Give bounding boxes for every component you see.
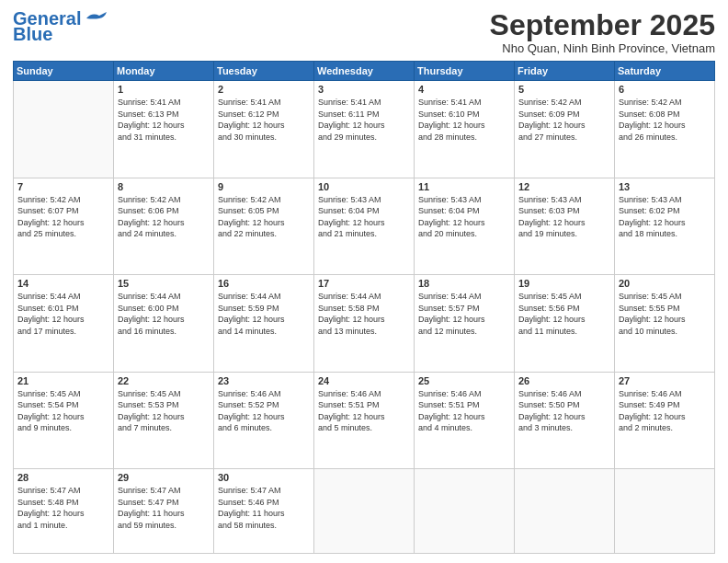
day-info: Sunrise: 5:43 AM Sunset: 6:03 PM Dayligh… (518, 194, 610, 240)
day-info: Sunrise: 5:42 AM Sunset: 6:09 PM Dayligh… (518, 97, 610, 143)
calendar-cell: 30Sunrise: 5:47 AM Sunset: 5:46 PM Dayli… (214, 469, 314, 554)
day-number: 3 (318, 84, 410, 95)
day-info: Sunrise: 5:45 AM Sunset: 5:55 PM Dayligh… (619, 291, 711, 337)
calendar-table: Sunday Monday Tuesday Wednesday Thursday… (13, 61, 715, 554)
calendar-cell (515, 469, 615, 554)
calendar-week-row: 28Sunrise: 5:47 AM Sunset: 5:48 PM Dayli… (14, 469, 715, 554)
calendar-cell: 10Sunrise: 5:43 AM Sunset: 6:04 PM Dayli… (314, 178, 415, 274)
day-info: Sunrise: 5:46 AM Sunset: 5:51 PM Dayligh… (318, 388, 410, 434)
calendar-week-row: 7Sunrise: 5:42 AM Sunset: 6:07 PM Daylig… (14, 178, 715, 274)
day-info: Sunrise: 5:44 AM Sunset: 5:58 PM Dayligh… (318, 291, 410, 337)
day-number: 11 (418, 181, 510, 192)
day-info: Sunrise: 5:46 AM Sunset: 5:50 PM Dayligh… (518, 388, 610, 434)
logo-bird-icon (83, 10, 108, 27)
day-number: 19 (518, 278, 610, 289)
col-friday: Friday (515, 62, 615, 81)
day-info: Sunrise: 5:42 AM Sunset: 6:06 PM Dayligh… (118, 194, 210, 240)
calendar-cell: 24Sunrise: 5:46 AM Sunset: 5:51 PM Dayli… (314, 372, 415, 468)
day-info: Sunrise: 5:47 AM Sunset: 5:48 PM Dayligh… (17, 485, 109, 531)
calendar-cell: 16Sunrise: 5:44 AM Sunset: 5:59 PM Dayli… (214, 275, 314, 372)
calendar-cell: 7Sunrise: 5:42 AM Sunset: 6:07 PM Daylig… (14, 178, 114, 274)
logo: General Blue (13, 9, 108, 45)
day-number: 21 (17, 375, 109, 386)
day-number: 7 (17, 181, 109, 192)
day-number: 25 (418, 375, 510, 386)
col-saturday: Saturday (615, 62, 715, 81)
calendar-cell: 2Sunrise: 5:41 AM Sunset: 6:12 PM Daylig… (214, 81, 314, 178)
calendar-cell: 20Sunrise: 5:45 AM Sunset: 5:55 PM Dayli… (615, 275, 715, 372)
day-number: 1 (118, 84, 210, 95)
col-thursday: Thursday (415, 62, 515, 81)
calendar-week-row: 21Sunrise: 5:45 AM Sunset: 5:54 PM Dayli… (14, 372, 715, 468)
day-info: Sunrise: 5:44 AM Sunset: 6:00 PM Dayligh… (118, 291, 210, 337)
day-info: Sunrise: 5:46 AM Sunset: 5:49 PM Dayligh… (619, 388, 711, 434)
day-info: Sunrise: 5:45 AM Sunset: 5:53 PM Dayligh… (118, 388, 210, 434)
day-number: 20 (619, 278, 711, 289)
day-number: 18 (418, 278, 510, 289)
col-wednesday: Wednesday (314, 62, 415, 81)
calendar-cell: 6Sunrise: 5:42 AM Sunset: 6:08 PM Daylig… (615, 81, 715, 178)
day-info: Sunrise: 5:44 AM Sunset: 5:59 PM Dayligh… (218, 291, 310, 337)
day-number: 5 (518, 84, 610, 95)
day-number: 23 (218, 375, 310, 386)
day-number: 15 (118, 278, 210, 289)
day-info: Sunrise: 5:44 AM Sunset: 6:01 PM Dayligh… (17, 291, 109, 337)
day-number: 28 (17, 472, 109, 483)
calendar-cell: 4Sunrise: 5:41 AM Sunset: 6:10 PM Daylig… (415, 81, 515, 178)
day-number: 8 (118, 181, 210, 192)
day-number: 14 (17, 278, 109, 289)
day-number: 13 (619, 181, 711, 192)
day-info: Sunrise: 5:46 AM Sunset: 5:52 PM Dayligh… (218, 388, 310, 434)
calendar-cell: 23Sunrise: 5:46 AM Sunset: 5:52 PM Dayli… (214, 372, 314, 468)
calendar-cell: 9Sunrise: 5:42 AM Sunset: 6:05 PM Daylig… (214, 178, 314, 274)
day-number: 6 (619, 84, 711, 95)
day-info: Sunrise: 5:41 AM Sunset: 6:10 PM Dayligh… (418, 97, 510, 143)
calendar-cell: 25Sunrise: 5:46 AM Sunset: 5:51 PM Dayli… (415, 372, 515, 468)
calendar-week-row: 14Sunrise: 5:44 AM Sunset: 6:01 PM Dayli… (14, 275, 715, 372)
day-number: 26 (518, 375, 610, 386)
calendar-cell: 19Sunrise: 5:45 AM Sunset: 5:56 PM Dayli… (515, 275, 615, 372)
day-info: Sunrise: 5:45 AM Sunset: 5:54 PM Dayligh… (17, 388, 109, 434)
logo-blue: Blue (13, 24, 52, 45)
calendar-cell: 3Sunrise: 5:41 AM Sunset: 6:11 PM Daylig… (314, 81, 415, 178)
calendar-cell: 26Sunrise: 5:46 AM Sunset: 5:50 PM Dayli… (515, 372, 615, 468)
day-info: Sunrise: 5:46 AM Sunset: 5:51 PM Dayligh… (418, 388, 510, 434)
day-info: Sunrise: 5:41 AM Sunset: 6:12 PM Dayligh… (218, 97, 310, 143)
day-number: 12 (518, 181, 610, 192)
day-info: Sunrise: 5:44 AM Sunset: 5:57 PM Dayligh… (418, 291, 510, 337)
calendar-week-row: 1Sunrise: 5:41 AM Sunset: 6:13 PM Daylig… (14, 81, 715, 178)
day-info: Sunrise: 5:43 AM Sunset: 6:04 PM Dayligh… (318, 194, 410, 240)
day-number: 22 (118, 375, 210, 386)
calendar-cell: 27Sunrise: 5:46 AM Sunset: 5:49 PM Dayli… (615, 372, 715, 468)
calendar-cell: 22Sunrise: 5:45 AM Sunset: 5:53 PM Dayli… (114, 372, 214, 468)
calendar-cell: 11Sunrise: 5:43 AM Sunset: 6:04 PM Dayli… (415, 178, 515, 274)
calendar-cell: 1Sunrise: 5:41 AM Sunset: 6:13 PM Daylig… (114, 81, 214, 178)
month-title: September 2025 (490, 9, 715, 41)
header: General Blue September 2025 Nho Quan, Ni… (13, 9, 715, 55)
day-number: 17 (318, 278, 410, 289)
col-monday: Monday (114, 62, 214, 81)
calendar-cell: 8Sunrise: 5:42 AM Sunset: 6:06 PM Daylig… (114, 178, 214, 274)
day-info: Sunrise: 5:42 AM Sunset: 6:08 PM Dayligh… (619, 97, 711, 143)
calendar-cell (415, 469, 515, 554)
day-info: Sunrise: 5:41 AM Sunset: 6:13 PM Dayligh… (118, 97, 210, 143)
day-number: 9 (218, 181, 310, 192)
day-number: 27 (619, 375, 711, 386)
calendar-cell: 15Sunrise: 5:44 AM Sunset: 6:00 PM Dayli… (114, 275, 214, 372)
calendar-cell: 29Sunrise: 5:47 AM Sunset: 5:47 PM Dayli… (114, 469, 214, 554)
calendar-cell (14, 81, 114, 178)
page: General Blue September 2025 Nho Quan, Ni… (0, 0, 728, 563)
location: Nho Quan, Ninh Binh Province, Vietnam (490, 41, 715, 55)
calendar-cell: 17Sunrise: 5:44 AM Sunset: 5:58 PM Dayli… (314, 275, 415, 372)
day-info: Sunrise: 5:45 AM Sunset: 5:56 PM Dayligh… (518, 291, 610, 337)
calendar-cell: 5Sunrise: 5:42 AM Sunset: 6:09 PM Daylig… (515, 81, 615, 178)
calendar-cell: 12Sunrise: 5:43 AM Sunset: 6:03 PM Dayli… (515, 178, 615, 274)
day-number: 16 (218, 278, 310, 289)
day-number: 24 (318, 375, 410, 386)
day-info: Sunrise: 5:47 AM Sunset: 5:46 PM Dayligh… (218, 485, 310, 531)
calendar-cell (314, 469, 415, 554)
calendar-cell: 14Sunrise: 5:44 AM Sunset: 6:01 PM Dayli… (14, 275, 114, 372)
calendar-cell: 13Sunrise: 5:43 AM Sunset: 6:02 PM Dayli… (615, 178, 715, 274)
day-number: 30 (218, 472, 310, 483)
day-info: Sunrise: 5:42 AM Sunset: 6:07 PM Dayligh… (17, 194, 109, 240)
